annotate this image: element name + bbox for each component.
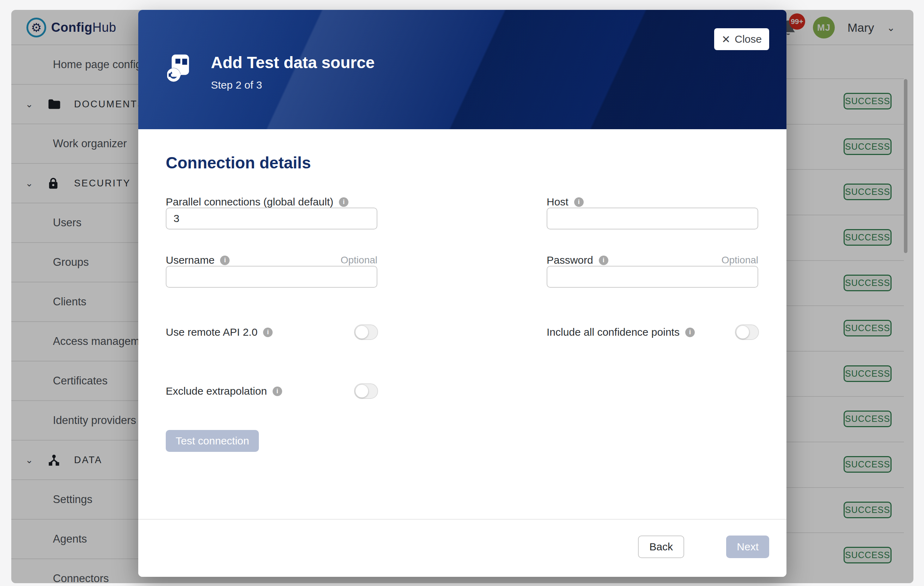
parallel-connections-input[interactable] [166, 208, 377, 230]
info-icon[interactable]: i [220, 256, 229, 265]
password-input[interactable] [547, 266, 758, 288]
parallel-connections-label: Parallel connections (global default) [166, 196, 333, 208]
add-data-source-modal: Add Test data source Step 2 of 3 ✕ Close… [138, 10, 787, 577]
username-label: Username [166, 254, 214, 266]
info-icon[interactable]: i [685, 328, 695, 337]
use-remote-api-toggle[interactable] [354, 324, 378, 340]
exclude-extrapolation-label: Exclude extrapolation [166, 385, 267, 397]
toggle-knob [736, 326, 749, 339]
modal-step-indicator: Step 2 of 3 [211, 79, 262, 91]
optional-hint: Optional [341, 255, 377, 266]
info-icon[interactable]: i [263, 328, 272, 337]
username-input[interactable] [166, 266, 377, 288]
modal-footer: Back Next [138, 519, 787, 577]
info-icon[interactable]: i [574, 197, 584, 207]
info-icon[interactable]: i [599, 256, 608, 265]
host-label: Host [547, 196, 569, 208]
info-icon[interactable]: i [339, 197, 348, 207]
toggle-knob [355, 385, 368, 397]
next-button[interactable]: Next [726, 536, 769, 558]
exclude-extrapolation-toggle[interactable] [354, 383, 378, 399]
use-remote-api-label: Use remote API 2.0 [166, 326, 257, 338]
screen: ⚙ ConfigHub ⌄ 99+ MJ Mary ⌄ [0, 0, 924, 586]
close-button[interactable]: ✕ Close [714, 28, 769, 50]
optional-hint: Optional [721, 255, 758, 266]
toggle-knob [355, 326, 368, 339]
password-label: Password [547, 254, 593, 266]
include-confidence-label: Include all confidence points [547, 326, 680, 338]
info-icon[interactable]: i [272, 387, 282, 396]
test-connection-button[interactable]: Test connection [166, 430, 259, 452]
back-button[interactable]: Back [638, 536, 684, 558]
close-icon: ✕ [721, 33, 730, 46]
modal-title: Add Test data source [211, 53, 375, 72]
section-heading: Connection details [166, 153, 311, 172]
host-input[interactable] [547, 208, 758, 230]
data-source-icon [167, 52, 190, 85]
modal-header: Add Test data source Step 2 of 3 ✕ Close [138, 10, 787, 129]
include-confidence-toggle[interactable] [735, 324, 759, 340]
close-label: Close [734, 33, 762, 45]
